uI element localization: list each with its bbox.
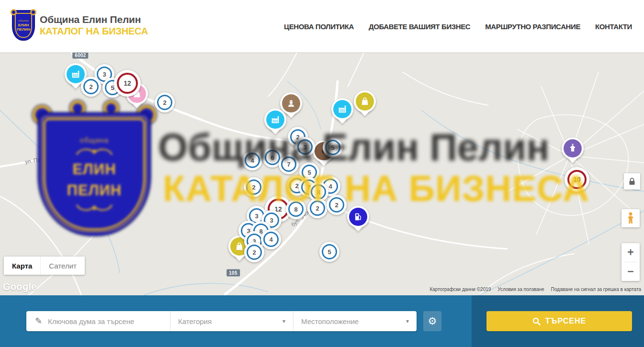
nav-add-business[interactable]: ДОБАВЕТЕ ВАШИЯТ БИЗНЕС bbox=[369, 22, 470, 31]
brand[interactable]: община ЕЛИН ПЕЛИН Община Елин Пелин КАТА… bbox=[12, 10, 148, 41]
factory-pin[interactable] bbox=[331, 98, 353, 120]
factory-icon bbox=[67, 65, 85, 83]
map-cluster[interactable]: 4 bbox=[261, 229, 281, 249]
zoom-in-button[interactable]: + bbox=[621, 243, 640, 262]
map-cluster[interactable]: 2 bbox=[327, 195, 347, 215]
map-cluster[interactable]: 4 bbox=[242, 150, 262, 170]
street-view-pegman-button[interactable] bbox=[621, 209, 640, 227]
site-subtitle: КАТАЛОГ НА БИЗНЕСА bbox=[40, 26, 148, 37]
pencil-icon: ✎ bbox=[35, 316, 42, 326]
map-cluster[interactable]: 2 bbox=[307, 198, 328, 218]
factory-icon bbox=[333, 100, 351, 118]
map-cluster[interactable]: 10 bbox=[565, 167, 589, 192]
nav-route-schedule[interactable]: МАРШРУТНО РАЗПИСАНИЕ bbox=[485, 22, 580, 31]
location-select[interactable]: Местоположение ▾ bbox=[293, 311, 417, 331]
municipality-logo: община ЕЛИН ПЕЛИН bbox=[12, 10, 35, 41]
logo-top-label: община bbox=[18, 19, 28, 22]
header: община ЕЛИН ПЕЛИН Община Елин Пелин КАТА… bbox=[0, 0, 644, 53]
map-cluster[interactable]: 8 bbox=[286, 199, 306, 219]
google-logo[interactable]: Google bbox=[3, 281, 37, 292]
factory-icon bbox=[266, 111, 284, 129]
logo-name-line2: ПЕЛИН bbox=[17, 27, 30, 32]
church-icon bbox=[564, 139, 582, 157]
map-cluster[interactable]: 2 bbox=[244, 177, 264, 197]
pegman-icon bbox=[626, 212, 635, 224]
church-pin[interactable] bbox=[562, 137, 584, 159]
chevron-down-icon: ▾ bbox=[282, 318, 285, 325]
location-select-value: Местоположение bbox=[301, 317, 359, 325]
map-cluster[interactable]: 2 bbox=[155, 92, 175, 112]
bag-icon bbox=[356, 92, 374, 111]
keyword-search-input[interactable] bbox=[48, 317, 170, 325]
bag-pin[interactable] bbox=[354, 90, 376, 112]
zoom-out-button[interactable]: − bbox=[621, 262, 640, 281]
search-section: ✎ Категория ▾ Местоположение ▾ ⚙ ТЪРСЕНЕ bbox=[0, 295, 644, 347]
search-button-label: ТЪРСЕНЕ bbox=[545, 317, 586, 325]
map-type-control: Карта Сателит bbox=[4, 257, 85, 275]
factory-pin[interactable] bbox=[264, 109, 286, 131]
attribution-terms-link[interactable]: Условия за ползване bbox=[497, 287, 544, 292]
logo-name-line1: ЕЛИН bbox=[18, 23, 29, 27]
map-cluster[interactable]: 3 bbox=[295, 137, 315, 157]
map-cluster[interactable]: 7 bbox=[279, 154, 299, 174]
search-filter-bar: ✎ Категория ▾ Местоположение ▾ bbox=[26, 311, 417, 331]
map-cluster[interactable]: 2 bbox=[81, 77, 101, 97]
map-cluster[interactable]: 2 bbox=[244, 242, 264, 262]
map-marker-layer: 325122235467522748221283338342510 bbox=[0, 53, 644, 295]
zoom-control: + − bbox=[621, 243, 640, 281]
map-type-map-button[interactable]: Карта bbox=[4, 257, 40, 275]
lock-button[interactable] bbox=[624, 173, 640, 190]
fuel-pin[interactable] bbox=[347, 206, 369, 228]
keyword-field-wrap: ✎ bbox=[26, 311, 170, 331]
map-cluster[interactable]: 5 bbox=[319, 242, 339, 262]
map-attribution: Картографски данни ©2019 Условия за полз… bbox=[429, 287, 641, 292]
logo-ornament bbox=[30, 9, 36, 15]
attribution-copyright: Картографски данни ©2019 bbox=[429, 287, 491, 292]
site-title: Община Елин Пелин bbox=[40, 14, 148, 25]
gear-icon: ⚙ bbox=[428, 315, 437, 327]
search-icon bbox=[532, 317, 541, 325]
worker-icon bbox=[282, 94, 300, 112]
fuel-icon bbox=[349, 208, 367, 226]
chevron-down-icon: ▾ bbox=[406, 318, 409, 325]
map-cluster[interactable]: 12 bbox=[114, 70, 141, 97]
lock-icon bbox=[629, 178, 635, 185]
map-cluster[interactable]: 5 bbox=[323, 137, 343, 157]
category-select[interactable]: Категория ▾ bbox=[170, 311, 293, 331]
main-nav: ЦЕНОВА ПОЛИТИКА ДОБАВЕТЕ ВАШИЯТ БИЗНЕС М… bbox=[284, 0, 632, 53]
logo-ornament bbox=[11, 9, 17, 15]
category-select-value: Категория bbox=[178, 317, 212, 325]
attribution-report-link[interactable]: Подаване на сигнал за грешка в картата bbox=[551, 287, 641, 292]
worker-pin[interactable] bbox=[280, 92, 302, 114]
google-map[interactable]: 325122235467522748221283338342510 община… bbox=[0, 53, 644, 295]
nav-contacts[interactable]: КОНТАКТИ bbox=[595, 22, 632, 31]
advanced-settings-button[interactable]: ⚙ bbox=[423, 311, 441, 331]
search-button[interactable]: ТЪРСЕНЕ bbox=[486, 311, 632, 331]
map-type-satellite-button[interactable]: Сателит bbox=[40, 257, 85, 275]
nav-pricing-policy[interactable]: ЦЕНОВА ПОЛИТИКА bbox=[284, 22, 354, 31]
